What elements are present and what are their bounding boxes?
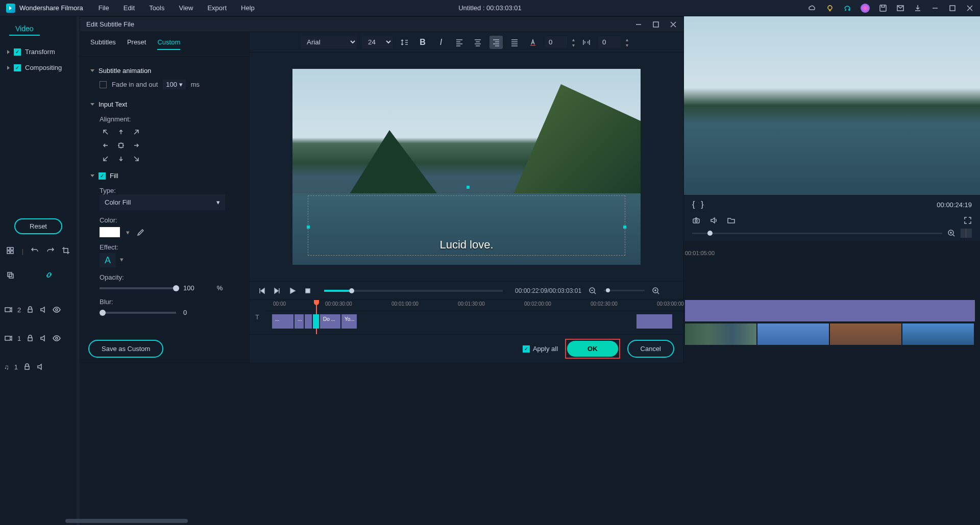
menu-edit[interactable]: Edit bbox=[124, 4, 135, 12]
checkbox-icon[interactable]: ✓ bbox=[523, 345, 530, 353]
text-color-button[interactable] bbox=[526, 36, 540, 49]
zoom-fit-icon[interactable] bbox=[961, 229, 972, 238]
menu-tools[interactable]: Tools bbox=[149, 4, 164, 12]
menu-help[interactable]: Help bbox=[241, 4, 255, 12]
eye-icon[interactable] bbox=[53, 306, 61, 314]
zoom-out-icon[interactable] bbox=[589, 287, 597, 295]
fill-type-select[interactable]: Color Fill ▾ bbox=[100, 194, 225, 210]
headset-icon[interactable] bbox=[843, 4, 851, 12]
size-select[interactable]: 24 bbox=[362, 36, 393, 48]
align-right-button[interactable] bbox=[489, 36, 503, 49]
subtitle-clip[interactable]: Yo... bbox=[341, 314, 357, 329]
effect-preview[interactable]: A bbox=[100, 253, 116, 267]
cloud-icon[interactable] bbox=[808, 4, 817, 12]
align-bottom-center[interactable] bbox=[115, 154, 127, 164]
rotate-handle[interactable] bbox=[467, 186, 470, 189]
tree-transform[interactable]: ✓ Transform bbox=[4, 44, 72, 60]
subtitle-clip[interactable]: ... bbox=[272, 314, 293, 329]
mute-icon[interactable] bbox=[36, 363, 44, 371]
subtitle-clip[interactable] bbox=[636, 314, 672, 329]
eye-icon[interactable] bbox=[53, 334, 61, 342]
user-avatar[interactable] bbox=[861, 4, 870, 13]
color-swatch[interactable] bbox=[100, 227, 120, 237]
folder-icon[interactable] bbox=[727, 216, 735, 224]
subtitle-text[interactable]: Lucid love. bbox=[439, 238, 493, 252]
chevron-down-icon[interactable]: ▾ bbox=[120, 256, 124, 263]
sidebar-tab-video[interactable]: Video bbox=[9, 22, 40, 36]
checkbox-icon[interactable]: ✓ bbox=[14, 64, 21, 71]
minimize-icon[interactable] bbox=[634, 20, 643, 29]
mini-ruler[interactable]: 00:00 00:00:30:00 00:01:00:00 00:01:30:0… bbox=[265, 300, 683, 311]
ok-button[interactable]: OK bbox=[567, 341, 618, 357]
section-header[interactable]: ✓ Fill bbox=[90, 170, 239, 182]
timeline-clip-subtitle[interactable] bbox=[685, 300, 975, 321]
subtitle-clip[interactable]: ... bbox=[295, 314, 304, 329]
mute-icon[interactable] bbox=[39, 306, 47, 314]
lock-icon[interactable] bbox=[26, 334, 34, 342]
minimize-icon[interactable] bbox=[931, 4, 939, 12]
step-forward-icon[interactable] bbox=[273, 287, 281, 295]
lightbulb-icon[interactable] bbox=[826, 4, 834, 12]
tracking-input[interactable] bbox=[598, 36, 621, 48]
spinner-icon[interactable]: ▴▾ bbox=[626, 37, 628, 48]
opacity-slider[interactable] bbox=[100, 287, 176, 289]
horizontal-scrollbar[interactable] bbox=[65, 519, 188, 523]
menu-file[interactable]: File bbox=[99, 4, 109, 12]
close-icon[interactable] bbox=[669, 20, 677, 29]
timeline-clip-video[interactable] bbox=[685, 323, 975, 345]
line-spacing-icon[interactable] bbox=[398, 36, 411, 49]
fade-checkbox[interactable] bbox=[100, 81, 107, 88]
play-icon[interactable] bbox=[288, 287, 297, 295]
align-top-center[interactable] bbox=[115, 127, 127, 137]
letter-spacing-icon[interactable] bbox=[580, 36, 593, 49]
align-top-right[interactable] bbox=[130, 127, 142, 137]
maximize-icon[interactable] bbox=[652, 20, 660, 29]
save-as-custom-button[interactable]: Save as Custom bbox=[88, 340, 163, 358]
checkbox-icon[interactable]: ✓ bbox=[14, 48, 21, 56]
grid-icon[interactable] bbox=[6, 246, 15, 256]
align-middle-left[interactable] bbox=[100, 140, 112, 151]
main-zoom-slider[interactable] bbox=[692, 233, 942, 234]
timeline-ruler[interactable]: 00:01:05:00 bbox=[685, 250, 975, 260]
lock-icon[interactable] bbox=[23, 363, 31, 371]
undo-icon[interactable] bbox=[31, 246, 39, 256]
align-left-button[interactable] bbox=[453, 36, 466, 49]
italic-button[interactable]: I bbox=[434, 36, 448, 49]
link-icon[interactable] bbox=[45, 271, 54, 280]
brace-right-icon[interactable]: } bbox=[701, 200, 703, 209]
subtitle-clip[interactable]: Do ... bbox=[320, 314, 340, 329]
align-center[interactable] bbox=[115, 140, 127, 151]
speaker-icon[interactable] bbox=[709, 216, 718, 224]
chevron-down-icon[interactable]: ▾ bbox=[126, 229, 130, 236]
align-center-button[interactable] bbox=[471, 36, 484, 49]
align-top-left[interactable] bbox=[100, 127, 112, 137]
subtitle-clip[interactable] bbox=[305, 314, 312, 329]
lock-icon[interactable] bbox=[26, 306, 34, 314]
tree-compositing[interactable]: ✓ Compositing bbox=[4, 60, 72, 76]
mail-icon[interactable] bbox=[896, 4, 904, 12]
copy-icon[interactable] bbox=[6, 271, 15, 280]
subtitle-clip-active[interactable] bbox=[313, 314, 319, 329]
align-middle-right[interactable] bbox=[130, 140, 142, 151]
font-select[interactable]: Arial bbox=[301, 36, 357, 48]
section-header[interactable]: Input Text bbox=[90, 98, 239, 110]
spinner-icon[interactable]: ▴▾ bbox=[572, 37, 575, 48]
crop-icon[interactable] bbox=[62, 246, 70, 256]
resize-handle[interactable] bbox=[623, 226, 626, 229]
redo-icon[interactable] bbox=[46, 246, 55, 256]
maximize-icon[interactable] bbox=[948, 4, 957, 12]
camera-icon[interactable] bbox=[692, 216, 700, 224]
mute-icon[interactable] bbox=[39, 334, 47, 342]
align-bottom-right[interactable] bbox=[130, 154, 142, 164]
zoom-in-icon[interactable] bbox=[652, 287, 660, 295]
fill-checkbox[interactable]: ✓ bbox=[99, 172, 106, 180]
stop-icon[interactable] bbox=[304, 287, 312, 295]
brace-left-icon[interactable]: { bbox=[692, 200, 695, 209]
align-justify-button[interactable] bbox=[508, 36, 521, 49]
zoom-in-icon[interactable] bbox=[947, 229, 955, 237]
blur-slider[interactable] bbox=[100, 312, 176, 314]
tab-custom[interactable]: Custom bbox=[157, 38, 180, 50]
step-back-icon[interactable] bbox=[258, 287, 266, 295]
eyedropper-icon[interactable] bbox=[136, 228, 144, 236]
tab-subtitles[interactable]: Subtitles bbox=[90, 38, 116, 50]
